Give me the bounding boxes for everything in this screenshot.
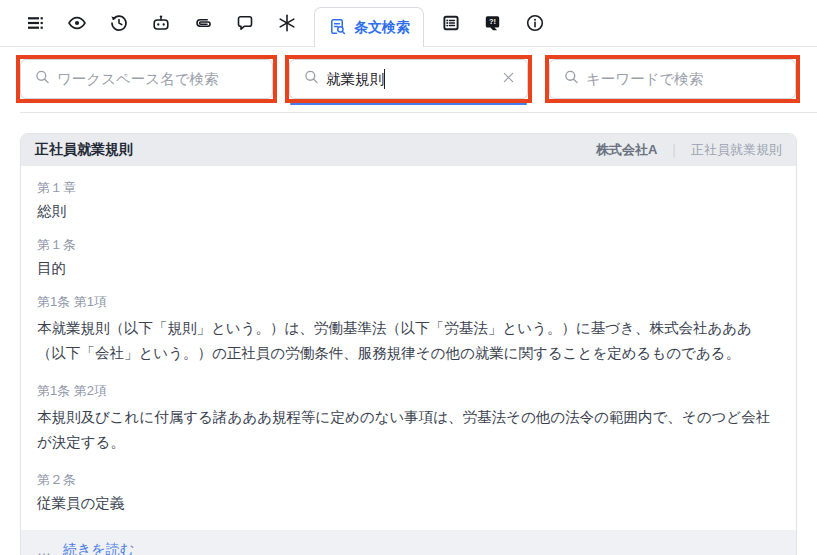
asterisk-button[interactable] [266,0,308,46]
regulation-search-highlight [285,55,532,103]
tab-label: 条文検索 [354,19,410,37]
paperclip-icon [193,13,213,33]
regulation-search-input[interactable] [289,59,528,99]
section-article-2: 第２条 従業員の定義 [37,471,780,513]
svg-text:?!: ?! [489,17,496,26]
section-chapter-1: 第１章 総則 [37,179,780,221]
section-label: 第２条 [37,471,780,489]
section-divider [20,112,817,113]
preview-button[interactable] [56,0,98,46]
meta-separator: ｜ [667,141,681,159]
clear-search-button[interactable] [499,68,518,90]
section-article-1-para-2: 第1条 第2項 本規則及びこれに付属する諸あああ規程等に定めのない事項は、労基法… [37,382,780,456]
bot-button[interactable] [140,0,182,46]
section-label: 第１章 [37,179,780,197]
regulation-card: 正社員就業規則 株式会社A ｜ 正社員就業規則 第１章 総則 第１条 目的 第1… [20,133,797,555]
read-more-link[interactable]: 続きを読む [63,541,134,555]
company-name: 株式会社A [596,141,657,159]
keyword-search-highlight [545,55,800,103]
section-title: 目的 [37,259,780,278]
comment-button[interactable] [224,0,266,46]
section-text: 本就業規則（以下「規則」という。）は、労働基準法（以下「労基法」という。）に基づ… [37,316,780,367]
comment-icon [235,13,255,33]
workspace-search-highlight [16,55,277,103]
section-label: 第１条 [37,236,780,254]
top-toolbar: 条文検索 ?! [0,0,817,47]
card-header: 正社員就業規則 株式会社A ｜ 正社員就業規則 [21,134,796,166]
eye-icon [67,13,87,33]
card-title: 正社員就業規則 [35,141,133,159]
card-meta: 株式会社A ｜ 正社員就業規則 [596,141,782,159]
attachment-button[interactable] [182,0,224,46]
section-label: 第1条 第2項 [37,382,780,400]
card-footer: … 続きを読む [21,530,796,555]
document-name: 正社員就業規則 [691,141,782,159]
keyword-search-input[interactable] [549,59,796,99]
close-icon [501,70,516,88]
search-row [0,47,817,103]
workspace-search-input[interactable] [20,59,273,99]
section-title: 従業員の定義 [37,494,780,513]
card-body: 第１章 総則 第１条 目的 第1条 第1項 本就業規則（以下「規則」という。）は… [21,166,796,513]
document-search-icon [328,17,347,39]
section-title: 総則 [37,202,780,221]
section-label: 第1条 第1項 [37,293,780,311]
menu-button[interactable] [14,0,56,46]
history-button[interactable] [98,0,140,46]
faq-button[interactable]: ?! [472,0,514,46]
faq-bubble-icon: ?! [483,13,503,33]
history-icon [109,13,129,33]
section-article-1: 第１条 目的 [37,236,780,278]
section-text: 本規則及びこれに付属する諸あああ規程等に定めのない事項は、労基法その他の法令の範… [37,405,780,456]
asterisk-icon [277,13,297,33]
info-button[interactable] [514,0,556,46]
ellipsis-text: … [37,542,53,555]
list-icon [441,13,461,33]
section-article-1-para-1: 第1条 第1項 本就業規則（以下「規則」という。）は、労働基準法（以下「労基法」… [37,293,780,367]
robot-icon [151,13,171,33]
info-icon [525,13,545,33]
list-button[interactable] [430,0,472,46]
tab-article-search[interactable]: 条文検索 [314,7,424,47]
menu-icon [25,13,45,33]
